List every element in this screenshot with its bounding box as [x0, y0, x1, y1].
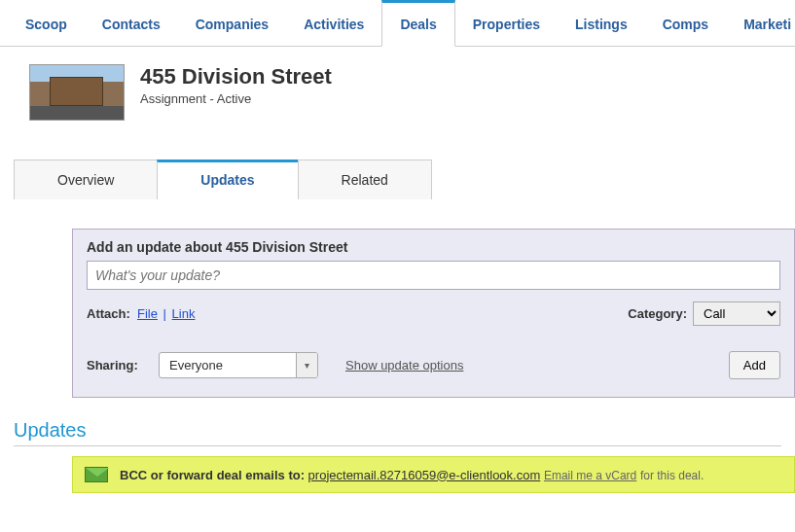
tab-properties[interactable]: Properties — [455, 3, 558, 46]
tab-comps[interactable]: Comps — [645, 3, 726, 46]
category-label: Category: — [628, 306, 687, 321]
attach-link-link[interactable]: Link — [172, 306, 196, 321]
tab-marketing[interactable]: Marketi — [726, 3, 795, 46]
bcc-email-link[interactable]: projectemail.82716059@e-clientlook.com — [308, 468, 541, 482]
sharing-value: Everyone — [160, 353, 296, 377]
mail-icon — [85, 467, 108, 482]
tab-activities[interactable]: Activities — [286, 3, 381, 46]
attach-separator: | — [163, 306, 166, 321]
deal-header: 455 Division Street Assignment - Active — [0, 47, 795, 130]
update-input[interactable] — [87, 261, 780, 290]
bcc-prefix: BCC or forward deal emails to: — [120, 468, 305, 482]
subtab-overview[interactable]: Overview — [14, 160, 158, 199]
tab-deals[interactable]: Deals — [381, 0, 454, 47]
attach-controls: Attach: File | Link — [87, 306, 195, 321]
subtab-related[interactable]: Related — [298, 160, 432, 199]
sharing-label: Sharing: — [87, 358, 141, 372]
top-nav: Scoop Contacts Companies Activities Deal… — [0, 0, 795, 47]
bcc-bar: BCC or forward deal emails to: projectem… — [72, 456, 795, 493]
deal-title: 455 Division Street — [140, 64, 332, 89]
vcard-link[interactable]: Email me a vCard — [544, 469, 636, 482]
vcard-tail: for this deal. — [640, 469, 704, 482]
attach-label: Attach: — [87, 306, 130, 321]
chevron-down-icon: ▾ — [296, 353, 317, 377]
bcc-text: BCC or forward deal emails to: projectem… — [120, 468, 704, 482]
sharing-select[interactable]: Everyone ▾ — [159, 352, 318, 378]
tab-contacts[interactable]: Contacts — [85, 3, 178, 46]
update-heading: Add an update about 455 Division Street — [87, 239, 780, 255]
add-button[interactable]: Add — [729, 351, 780, 379]
deal-title-block: 455 Division Street Assignment - Active — [140, 64, 332, 106]
updates-title: Updates — [14, 419, 795, 442]
deal-subtitle: Assignment - Active — [140, 91, 332, 106]
tab-scoop[interactable]: Scoop — [8, 3, 85, 46]
update-form: Add an update about 455 Division Street … — [72, 229, 795, 398]
tab-companies[interactable]: Companies — [178, 3, 286, 46]
sharing-row: Sharing: Everyone ▾ Show update options … — [87, 351, 780, 379]
category-controls: Category: Call — [628, 301, 780, 326]
tab-listings[interactable]: Listings — [558, 3, 645, 46]
show-update-options-link[interactable]: Show update options — [345, 358, 463, 372]
subtab-updates[interactable]: Updates — [157, 160, 298, 199]
attach-file-link[interactable]: File — [137, 306, 158, 321]
sub-tabs: Overview Updates Related — [14, 160, 795, 199]
category-select[interactable]: Call — [693, 301, 780, 326]
updates-divider — [14, 445, 781, 446]
attach-row: Attach: File | Link Category: Call — [87, 301, 780, 326]
deal-thumbnail — [29, 64, 125, 121]
